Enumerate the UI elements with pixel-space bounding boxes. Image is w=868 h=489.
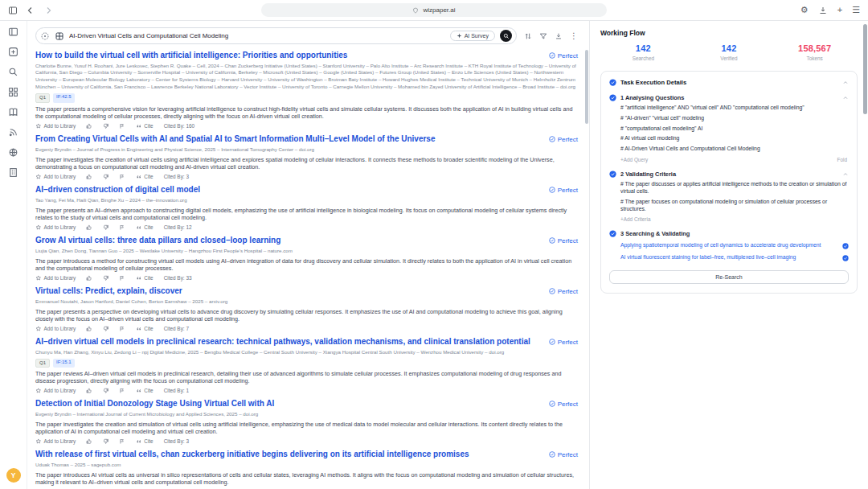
cite-button[interactable]: Cite <box>136 123 154 129</box>
step-validating-criteria[interactable]: 2 Validating Criteria <box>609 171 849 178</box>
search-query-item[interactable]: # "AI-driven" "virtual cell" modeling <box>620 115 849 122</box>
results-scrollbar[interactable] <box>585 50 588 124</box>
more-options-icon[interactable]: ⋮ <box>570 32 578 40</box>
thumbs-down-button[interactable] <box>103 388 109 394</box>
scope-icon[interactable] <box>40 31 50 41</box>
search-query-item[interactable]: # AI-Driven Virtual Cells and Computatio… <box>620 146 849 153</box>
thumbs-down-button[interactable] <box>103 326 109 332</box>
paper-title[interactable]: With release of first virtual cells, cha… <box>35 450 541 460</box>
export-icon[interactable] <box>555 32 563 40</box>
cite-button[interactable]: Cite <box>136 438 154 445</box>
thumbs-down-button[interactable] <box>103 438 109 445</box>
thumbs-down-button[interactable] <box>103 174 109 180</box>
flag-button[interactable] <box>119 224 125 231</box>
flag-button[interactable] <box>119 123 125 129</box>
search-submit-button[interactable] <box>500 30 512 42</box>
step-analysing-questions[interactable]: 1 Analysing Questions <box>609 94 849 101</box>
fold-button[interactable]: Fold <box>837 157 847 162</box>
library-icon[interactable] <box>8 107 18 117</box>
flag-button[interactable] <box>119 326 125 332</box>
window-scrollbar[interactable] <box>863 24 867 114</box>
validated-search-link[interactable]: Applying spatiotemporal modeling of cell… <box>620 242 821 249</box>
thumbs-up-button[interactable] <box>86 224 92 231</box>
cited-by[interactable]: Cited By: 160 <box>164 123 194 129</box>
ai-survey-button[interactable]: AI Survey <box>450 31 495 41</box>
settings-gear-icon[interactable]: ⚙ <box>800 6 809 14</box>
search-bar[interactable]: AI-Driven Virtual Cells and Computationa… <box>35 27 517 44</box>
cited-by[interactable]: Cited By: 7 <box>164 326 189 331</box>
sort-icon[interactable] <box>524 32 532 40</box>
cited-by[interactable]: Cited By: 33 <box>164 275 192 281</box>
cite-button[interactable]: Cite <box>136 388 154 394</box>
thumbs-up-button[interactable] <box>86 388 92 394</box>
validated-search-row[interactable]: AI virtual fluorescent staining for labe… <box>620 254 849 261</box>
cite-button[interactable]: Cite <box>136 224 154 231</box>
thumbs-down-button[interactable] <box>103 224 109 231</box>
step-searching-validating[interactable]: 3 Searching & Validating <box>609 230 849 237</box>
discover-globe-icon[interactable] <box>8 147 18 158</box>
thumbs-up-button[interactable] <box>86 326 92 332</box>
collapse-chevron-icon[interactable] <box>842 171 849 178</box>
paper-title[interactable]: From Creating Virtual Cells with AI and … <box>35 134 541 145</box>
add-to-library-button[interactable]: Add to Library <box>35 326 76 332</box>
flag-button[interactable] <box>119 438 125 445</box>
cite-button[interactable]: Cite <box>136 275 154 281</box>
re-search-button[interactable]: Re-Search <box>609 270 849 284</box>
add-to-library-button[interactable]: Add to Library <box>35 224 76 231</box>
add-query-button[interactable]: +Add Query <box>620 157 648 162</box>
sidebar-toggle-icon[interactable] <box>8 6 18 15</box>
add-to-library-button[interactable]: Add to Library <box>35 123 76 129</box>
paper-title[interactable]: Virtual cells: Predict, explain, discove… <box>35 286 541 297</box>
flag-button[interactable] <box>119 275 125 281</box>
paper-title[interactable]: AI–driven virtual cell models in preclin… <box>35 337 541 347</box>
search-input[interactable]: AI-Driven Virtual Cells and Computationa… <box>69 32 445 39</box>
add-to-library-button[interactable]: Add to Library <box>35 388 76 394</box>
cite-button[interactable]: Cite <box>136 326 154 332</box>
thumbs-down-button[interactable] <box>103 275 109 281</box>
cite-button[interactable]: Cite <box>136 174 154 180</box>
download-icon[interactable] <box>818 6 828 15</box>
criteria-item[interactable]: # The paper discusses or applies artific… <box>620 181 849 195</box>
new-search-icon[interactable] <box>8 47 18 57</box>
add-to-library-button[interactable]: Add to Library <box>35 275 76 281</box>
thumbs-up-button[interactable] <box>86 123 92 129</box>
cited-by[interactable]: Cited By: 3 <box>164 174 189 179</box>
filter-icon[interactable] <box>539 32 547 40</box>
thumbs-up-button[interactable] <box>86 174 92 180</box>
search-icon[interactable] <box>8 67 18 77</box>
search-query-item[interactable]: # AI virtual cell modeling <box>620 135 849 142</box>
paper-title[interactable]: How to build the virtual cell with artif… <box>35 51 541 61</box>
flag-button[interactable] <box>119 388 125 394</box>
add-criteria-button[interactable]: +Add Criteria <box>620 216 650 222</box>
collapse-rail-icon[interactable] <box>8 27 18 37</box>
add-to-library-button[interactable]: Add to Library <box>35 174 76 180</box>
cited-by[interactable]: Cited By: 1 <box>164 388 189 393</box>
menu-icon[interactable]: ☰ <box>852 6 860 14</box>
thumbs-up-button[interactable] <box>86 438 92 445</box>
feed-icon[interactable] <box>8 127 18 138</box>
validated-search-link[interactable]: AI virtual fluorescent staining for labe… <box>620 254 796 261</box>
flag-button[interactable] <box>119 174 125 180</box>
category-grid-icon[interactable] <box>55 31 64 41</box>
paper-title[interactable]: Grow AI virtual cells: three data pillar… <box>35 236 541 246</box>
user-avatar[interactable]: Y <box>6 468 21 483</box>
thumbs-up-button[interactable] <box>86 275 92 281</box>
paper-title[interactable]: Detection of Initial Donozology Stage Us… <box>35 399 541 409</box>
collections-icon[interactable] <box>8 87 18 97</box>
back-icon[interactable] <box>26 6 35 15</box>
cited-by[interactable]: Cited By: 12 <box>164 224 192 230</box>
paper-title[interactable]: AI–driven construction of digital cell m… <box>35 185 541 195</box>
organization-icon[interactable] <box>8 167 18 178</box>
add-to-library-button[interactable]: Add to Library <box>35 438 76 445</box>
criteria-item[interactable]: # The paper focuses on computational mod… <box>620 199 849 213</box>
address-bar[interactable]: wizpaper.ai <box>261 3 607 17</box>
new-tab-icon[interactable]: + <box>837 6 842 14</box>
collapse-chevron-icon[interactable] <box>842 95 849 101</box>
cited-by[interactable]: Cited By: 3 <box>164 438 189 444</box>
thumbs-down-button[interactable] <box>103 123 109 129</box>
validated-search-row[interactable]: Applying spatiotemporal modeling of cell… <box>620 242 849 249</box>
collapse-chevron-icon[interactable] <box>842 80 849 86</box>
search-query-item[interactable]: # "artificial intelligence" AND "virtual… <box>620 105 849 112</box>
search-query-item[interactable]: # "computational cell modeling" AI <box>620 125 849 133</box>
forward-icon[interactable] <box>43 6 53 15</box>
